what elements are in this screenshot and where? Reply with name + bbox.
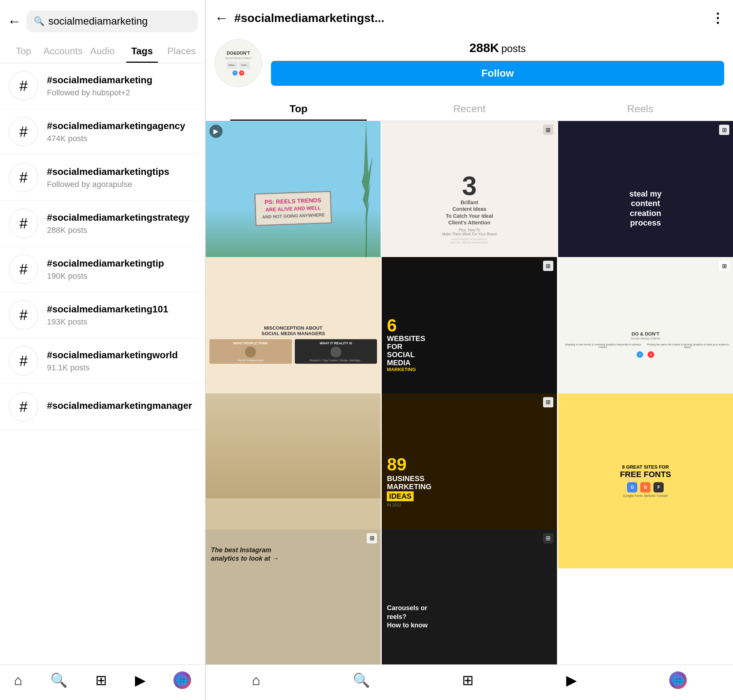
- post-1-text: PS: REELS TRENDS ARE ALIVE AND WELL AND …: [255, 191, 332, 226]
- post-3-text: steal mycontentcreationprocess: [629, 189, 661, 228]
- hashtag-sub: 288K posts: [47, 225, 190, 235]
- hashtag-name: #socialmediamarketingmanager: [47, 400, 192, 412]
- hashtag-info: #socialmediamarketingagency 474K posts: [47, 120, 185, 143]
- tab-accounts-left[interactable]: Accounts: [43, 38, 83, 63]
- post-2-text: BrillantContent IdeasTo Catch Your Ideal…: [446, 199, 493, 226]
- bottom-nav-left: ⌂ 🔍 ⊞ ▶ 🌐: [0, 665, 205, 700]
- carousel-icon-11: ⊞: [543, 533, 553, 543]
- hashtag-info: #socialmediamarketingworld 91.1K posts: [47, 350, 178, 372]
- nav-tabs-right: Top Recent Reels: [206, 96, 733, 121]
- list-item[interactable]: # #socialmediamarketingtip 190K posts: [0, 246, 205, 292]
- home-icon-right[interactable]: ⌂: [252, 672, 261, 688]
- list-item[interactable]: # #socialmediamarketingstrategy 288K pos…: [0, 201, 205, 246]
- hashtag-name: #socialmediamarketingtip: [47, 258, 164, 269]
- list-item[interactable]: # #socialmediamarketingworld 91.1K posts: [0, 338, 205, 384]
- grid-post-9[interactable]: 8 GREAT SITES FOR FREE FONTS G B F Googl…: [558, 393, 733, 568]
- tab-recent-right[interactable]: Recent: [384, 96, 555, 121]
- back-button-left[interactable]: ←: [7, 13, 21, 29]
- hashtag-sub: 474K posts: [47, 134, 185, 143]
- post-8-year: IN 2022: [387, 503, 401, 507]
- post-7-text: The best Instagramanalytics to look at →: [211, 546, 279, 563]
- post-6-check-icon: ✓: [637, 351, 643, 358]
- hashtag-info: #socialmediamarketing101 193K posts: [47, 304, 168, 327]
- grid-post-11[interactable]: ⊞ Carousels orreels?How to know: [382, 529, 556, 665]
- tab-audio-left[interactable]: Audio: [83, 38, 122, 63]
- list-item[interactable]: # #socialmediamarketing101 193K posts: [0, 292, 205, 338]
- post-9-top-text: 8 GREAT SITES FOR: [622, 464, 669, 470]
- list-item[interactable]: # #socialmediamarketingagency 474K posts: [0, 109, 205, 155]
- reels-icon-left[interactable]: ▶: [135, 672, 146, 688]
- list-item[interactable]: # #socialmediamarketingmanager: [0, 384, 205, 430]
- post-4-avatar1: [245, 347, 256, 357]
- tab-places-left[interactable]: Places: [162, 38, 201, 63]
- hashtag-sub: Followed by agorapulse: [47, 180, 169, 189]
- search-icon-bottom-right[interactable]: 🔍: [353, 672, 370, 688]
- profile-icon-left[interactable]: 🌐: [174, 671, 191, 689]
- page-title-right: #socialmediamarketingst...: [234, 11, 705, 25]
- list-item[interactable]: # #socialmediamarketing Followed by hubs…: [0, 63, 205, 109]
- hashtag-sub: 190K posts: [47, 271, 164, 281]
- search-icon-bottom-left[interactable]: 🔍: [50, 672, 68, 688]
- back-button-right[interactable]: ←: [215, 10, 228, 26]
- tab-top-right[interactable]: Top: [213, 96, 384, 121]
- hashtag-info: #socialmediamarketing Followed by hubspo…: [47, 74, 153, 97]
- search-query: socialmediamarketing: [49, 15, 148, 27]
- post-8-text: BUSINESSMARKETING: [387, 475, 431, 491]
- list-item[interactable]: # #socialmediamarketingtips Followed by …: [0, 155, 205, 201]
- carousel-icon-5: ⊞: [543, 261, 553, 271]
- post-5-sub: MARKETING: [387, 367, 416, 372]
- avatar-content: DO&DON'T Social Media Edition adapt... p…: [215, 40, 262, 87]
- post-4-col1-body: Just an Instagram post: [212, 359, 290, 362]
- photo-grid: ▶ PS: REELS TRENDS ARE ALIVE AND WELL AN…: [206, 121, 733, 665]
- nav-tabs-left: Top Accounts Audio Tags Places: [0, 38, 205, 63]
- post-2-footer: MISCONCEPTION ABOUTSOCIAL MEDIA MANAGERS: [450, 238, 489, 244]
- carousel-icon-8: ⊞: [543, 397, 553, 407]
- post-4-title: MISCONCEPTION ABOUTSOCIAL MEDIA MANAGERS: [262, 325, 325, 336]
- hashtag-icon: #: [9, 117, 38, 146]
- post-8-num: 89: [387, 454, 406, 475]
- post-6-title: DO & DON'T: [631, 331, 659, 337]
- video-icon: ▶: [209, 125, 222, 138]
- avatar: DO&DON'T Social Media Edition adapt... p…: [215, 39, 262, 87]
- post-9-big-text: FREE FONTS: [620, 470, 671, 479]
- hashtag-icon: #: [9, 254, 38, 284]
- post-6-subtitle: Social Media Edition: [631, 337, 661, 340]
- left-header: ← 🔍 socialmediamarketing: [0, 0, 205, 38]
- search-bar-left[interactable]: 🔍 socialmediamarketing: [26, 10, 198, 32]
- follow-button[interactable]: Follow: [271, 61, 724, 86]
- hashtag-name: #socialmediamarketing101: [47, 304, 168, 315]
- tab-tags-left[interactable]: Tags: [122, 38, 162, 63]
- post-4-col2-title: WHAT IT REALITY IS: [297, 341, 375, 345]
- post-8-ideas: IDEAS: [389, 492, 411, 500]
- bottom-nav-right: ⌂ 🔍 ⊞ ▶ 🌐: [206, 665, 733, 700]
- post-4-avatar2: [330, 347, 341, 357]
- add-icon-right[interactable]: ⊞: [462, 672, 474, 688]
- hashtag-list: # #socialmediamarketing Followed by hubs…: [0, 63, 205, 665]
- more-options-icon[interactable]: ⋮: [711, 10, 724, 26]
- post-6-col2: Posting the same old content & ignoring …: [646, 343, 729, 349]
- post-2-sub: Plus, How ToMake Them Work For Your Bran…: [442, 228, 497, 236]
- tab-reels-right[interactable]: Reels: [555, 96, 726, 121]
- add-icon-left[interactable]: ⊞: [95, 672, 107, 688]
- post-5-text: WEBSITESFORSOCIALMEDIA: [387, 334, 425, 367]
- tab-top-left[interactable]: Top: [4, 38, 43, 63]
- hashtag-name: #socialmediamarketingtips: [47, 166, 169, 178]
- post-7-bg: [206, 393, 381, 499]
- post-6-col1: Adapting to new trends & reviewing analy…: [562, 343, 645, 349]
- search-icon-left: 🔍: [34, 16, 45, 26]
- carousel-icon-2: ⊞: [543, 125, 553, 135]
- hashtag-sub: Followed by hubspot+2: [47, 88, 153, 97]
- hashtag-icon: #: [9, 300, 38, 329]
- carousel-icon-3: ⊞: [719, 125, 729, 135]
- hashtag-icon: #: [9, 209, 38, 238]
- posts-count: 288K: [470, 41, 499, 55]
- post-5-num: 6: [387, 317, 397, 334]
- reels-icon-right[interactable]: ▶: [566, 672, 577, 688]
- post-9-labels: Google Fonts Befunts Fontain: [623, 494, 668, 498]
- hashtag-icon: #: [9, 163, 38, 192]
- hashtag-sub: 193K posts: [47, 317, 168, 327]
- home-icon-left[interactable]: ⌂: [14, 672, 22, 688]
- post-9-sources: G B F: [627, 482, 664, 493]
- profile-icon-right[interactable]: 🌐: [669, 671, 687, 689]
- left-panel: ← 🔍 socialmediamarketing Top Accounts Au…: [0, 0, 205, 700]
